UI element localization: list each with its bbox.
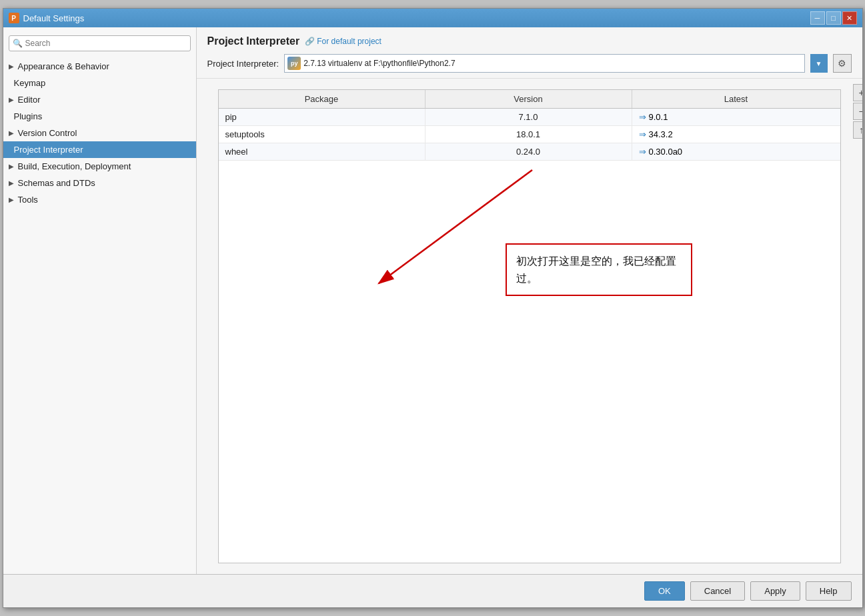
main-content: Project Interpreter 🔗 For default projec…	[197, 27, 862, 574]
sidebar-item-label: Tools	[18, 195, 38, 205]
cell-version: 18.0.1	[425, 126, 632, 143]
interpreter-row: Project Interpreter: py 2.7.13 virtualen…	[207, 54, 852, 73]
sidebar-item-build-execution[interactable]: ▶ Build, Execution, Deployment	[3, 158, 196, 175]
sidebar-item-label: Version Control	[18, 128, 77, 138]
arrow-icon: ▶	[9, 196, 14, 203]
cell-version: 0.24.0	[425, 143, 632, 160]
apply-button[interactable]: Apply	[750, 581, 800, 601]
table-header: Package Version Latest	[219, 90, 840, 109]
title-bar-left: P Default Settings	[9, 13, 85, 23]
interpreter-dropdown-button[interactable]: ▼	[810, 54, 828, 73]
table-row[interactable]: pip 7.1.0 ⇒ 9.0.1	[219, 109, 840, 126]
upgrade-arrow-icon: ⇒	[639, 129, 646, 139]
table-body: pip 7.1.0 ⇒ 9.0.1 setuptools 18.0.1	[219, 109, 840, 563]
annotation-box: 初次打开这里是空的，我已经配置过。	[506, 243, 692, 296]
cell-latest: ⇒ 9.0.1	[632, 109, 840, 125]
search-icon: 🔍	[13, 39, 23, 48]
search-box: 🔍	[9, 35, 191, 51]
cell-package-name: pip	[219, 109, 425, 125]
sidebar-item-schemas-dtds[interactable]: ▶ Schemas and DTDs	[3, 175, 196, 191]
col-version: Version	[425, 90, 632, 108]
sidebar-item-label: Keymap	[14, 78, 46, 88]
cell-latest: ⇒ 0.30.0a0	[632, 143, 840, 160]
window-body: 🔍 ▶ Appearance & Behavior Keymap ▶ Edito…	[3, 27, 862, 574]
arrow-icon: ▶	[9, 129, 14, 137]
arrow-icon: ▶	[9, 96, 14, 103]
remove-package-button[interactable]: −	[853, 103, 862, 120]
col-latest: Latest	[632, 90, 840, 108]
upgrade-package-button[interactable]: ↑	[853, 121, 862, 139]
sidebar-item-appearance[interactable]: ▶ Appearance & Behavior	[3, 58, 196, 75]
search-input[interactable]	[9, 35, 191, 51]
interpreter-label: Project Interpreter:	[207, 59, 279, 69]
main-header-title: Project Interpreter 🔗 For default projec…	[207, 35, 852, 47]
latest-version: 9.0.1	[649, 112, 668, 122]
package-area-wrapper: + − ↑ Package Version Latest	[207, 84, 852, 569]
arrow-icon: ▶	[9, 163, 14, 170]
page-title: Project Interpreter	[207, 35, 300, 47]
help-button[interactable]: Help	[806, 581, 852, 601]
cancel-button[interactable]: Cancel	[690, 581, 745, 601]
bottom-bar: OK Cancel Apply Help	[3, 574, 862, 607]
table-row[interactable]: wheel 0.24.0 ⇒ 0.30.0a0	[219, 143, 840, 161]
sidebar-item-label: Project Interpreter	[14, 145, 83, 155]
sidebar-item-keymap[interactable]: Keymap	[3, 75, 196, 91]
sidebar-item-tools[interactable]: ▶ Tools	[3, 191, 196, 208]
interpreter-settings-button[interactable]: ⚙	[833, 54, 852, 73]
main-window: P Default Settings ─ □ ✕ 🔍 ▶ Appearance …	[3, 8, 863, 608]
sidebar-item-label: Plugins	[14, 111, 43, 121]
sidebar-item-label: Editor	[18, 95, 41, 105]
add-package-button[interactable]: +	[853, 84, 862, 101]
sidebar-item-editor[interactable]: ▶ Editor	[3, 91, 196, 108]
main-header: Project Interpreter 🔗 For default projec…	[197, 27, 862, 79]
cell-package-name: wheel	[219, 143, 425, 160]
link-icon: 🔗	[305, 37, 315, 46]
arrow-icon: ▶	[9, 179, 14, 187]
sidebar-item-plugins[interactable]: Plugins	[3, 108, 196, 125]
arrow-icon: ▶	[9, 63, 14, 70]
cell-version: 7.1.0	[425, 109, 632, 125]
sidebar-item-label: Build, Execution, Deployment	[18, 161, 131, 171]
window-title: Default Settings	[23, 13, 85, 23]
sidebar-item-label: Appearance & Behavior	[18, 61, 109, 71]
page-subtitle: 🔗 For default project	[305, 37, 381, 46]
python-icon: py	[287, 57, 301, 70]
sidebar-item-version-control[interactable]: ▶ Version Control	[3, 125, 196, 141]
col-package: Package	[219, 90, 425, 108]
interpreter-path: 2.7.13 virtualenv at F:\pythonfile\Pytho…	[303, 59, 804, 68]
cell-package-name: setuptools	[219, 126, 425, 143]
table-action-panel: + − ↑	[853, 84, 862, 139]
latest-version: 34.3.2	[649, 129, 673, 139]
ok-button[interactable]: OK	[644, 581, 685, 601]
cell-latest: ⇒ 34.3.2	[632, 126, 840, 143]
upgrade-arrow-icon: ⇒	[639, 147, 646, 157]
title-bar: P Default Settings ─ □ ✕	[3, 9, 862, 27]
pycharm-icon: P	[9, 13, 19, 23]
sidebar: 🔍 ▶ Appearance & Behavior Keymap ▶ Edito…	[3, 27, 197, 574]
upgrade-arrow-icon: ⇒	[639, 112, 646, 122]
annotation-text: 初次打开这里是空的，我已经配置过。	[516, 255, 676, 284]
window-controls: ─ □ ✕	[810, 11, 857, 25]
interpreter-dropdown[interactable]: py 2.7.13 virtualenv at F:\pythonfile\Py…	[284, 54, 804, 73]
package-table: Package Version Latest pip 7.1.0 ⇒ 9.0.1	[218, 89, 841, 563]
table-row[interactable]: setuptools 18.0.1 ⇒ 34.3.2	[219, 126, 840, 143]
sidebar-item-project-interpreter[interactable]: Project Interpreter	[3, 141, 196, 158]
sidebar-item-label: Schemas and DTDs	[18, 178, 95, 188]
latest-version: 0.30.0a0	[649, 147, 683, 157]
minimize-button[interactable]: ─	[810, 11, 825, 25]
close-button[interactable]: ✕	[842, 11, 857, 25]
maximize-button[interactable]: □	[826, 11, 841, 25]
